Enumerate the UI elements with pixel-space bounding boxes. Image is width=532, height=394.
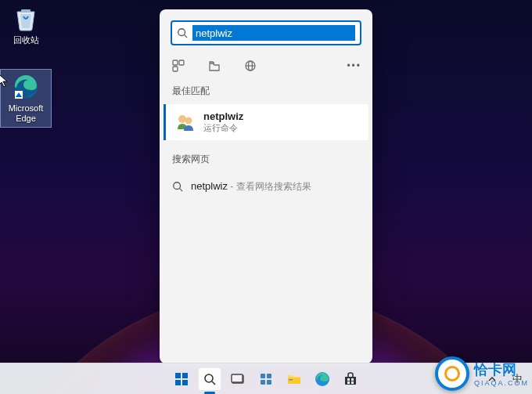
filter-apps-icon[interactable] bbox=[171, 58, 186, 74]
search-panel: ••• 最佳匹配 netplwiz 运行命令 搜索网页 bbox=[160, 9, 372, 363]
edge-icon bbox=[12, 73, 40, 101]
search-input[interactable] bbox=[192, 25, 355, 41]
taskbar-store[interactable] bbox=[339, 367, 362, 391]
task-view-icon bbox=[231, 372, 245, 386]
svg-line-20 bbox=[212, 381, 215, 385]
windows-logo-icon bbox=[174, 371, 189, 387]
web-result-suffix: - 查看网络搜索结果 bbox=[228, 181, 311, 192]
svg-rect-6 bbox=[179, 60, 184, 65]
svg-point-12 bbox=[185, 117, 192, 125]
taskbar-explorer[interactable] bbox=[282, 367, 306, 391]
svg-rect-33 bbox=[351, 381, 354, 384]
edge-icon bbox=[315, 371, 330, 387]
taskbar-edge[interactable] bbox=[311, 367, 334, 391]
start-button[interactable] bbox=[170, 367, 193, 391]
filter-documents-icon[interactable] bbox=[207, 58, 222, 74]
filter-web-icon[interactable] bbox=[243, 58, 258, 74]
search-filters: ••• bbox=[160, 50, 372, 80]
svg-rect-5 bbox=[173, 60, 178, 65]
svg-point-11 bbox=[178, 115, 186, 123]
recycle-bin-icon bbox=[12, 5, 40, 33]
result-subtitle: 运行命令 bbox=[203, 122, 243, 134]
svg-rect-24 bbox=[267, 374, 271, 378]
widgets-icon bbox=[259, 372, 273, 386]
store-icon bbox=[343, 371, 358, 387]
svg-point-19 bbox=[205, 374, 213, 382]
search-icon bbox=[203, 372, 217, 386]
svg-line-4 bbox=[185, 35, 188, 38]
taskbar-search-button[interactable] bbox=[198, 367, 221, 391]
svg-rect-31 bbox=[351, 378, 354, 381]
desktop-icon-recycle-bin[interactable]: 回收站 bbox=[0, 2, 52, 49]
svg-point-3 bbox=[178, 29, 185, 36]
search-icon bbox=[177, 27, 188, 38]
desktop-icon-label: Microsoft Edge bbox=[9, 103, 44, 124]
svg-rect-27 bbox=[288, 378, 300, 384]
svg-rect-23 bbox=[261, 374, 265, 378]
svg-point-13 bbox=[174, 182, 181, 189]
search-result-web[interactable]: netplwiz - 查看网络搜索结果 bbox=[160, 172, 372, 200]
svg-rect-26 bbox=[267, 380, 271, 385]
svg-rect-15 bbox=[175, 373, 181, 378]
svg-rect-22 bbox=[232, 374, 243, 382]
svg-rect-28 bbox=[289, 379, 293, 381]
taskbar: 中 bbox=[0, 363, 532, 394]
mouse-cursor bbox=[0, 74, 9, 88]
svg-line-14 bbox=[180, 188, 183, 191]
svg-rect-7 bbox=[173, 67, 178, 71]
svg-rect-0 bbox=[21, 9, 31, 13]
search-icon bbox=[172, 181, 183, 192]
task-view-button[interactable] bbox=[226, 367, 250, 391]
section-best-match: 最佳匹配 bbox=[160, 80, 372, 104]
tray-ime[interactable]: 中 bbox=[509, 371, 526, 388]
web-result-title: netplwiz bbox=[191, 180, 228, 192]
netplwiz-icon bbox=[175, 112, 196, 132]
result-title: netplwiz bbox=[203, 110, 243, 122]
widgets-button[interactable] bbox=[254, 367, 278, 391]
svg-rect-32 bbox=[347, 381, 350, 384]
desktop[interactable]: 回收站 Microsoft Edge bbox=[0, 0, 532, 394]
svg-rect-18 bbox=[182, 380, 188, 385]
svg-rect-25 bbox=[261, 380, 265, 385]
chevron-up-icon bbox=[487, 374, 497, 384]
svg-rect-16 bbox=[182, 373, 188, 378]
svg-rect-30 bbox=[347, 378, 350, 381]
ime-indicator: 中 bbox=[512, 372, 523, 386]
svg-rect-17 bbox=[175, 380, 181, 385]
section-web: 搜索网页 bbox=[160, 140, 372, 172]
file-explorer-icon bbox=[286, 371, 302, 387]
filter-more-icon[interactable]: ••• bbox=[347, 60, 361, 71]
tray-chevron-up[interactable] bbox=[483, 371, 501, 388]
desktop-icon-label: 回收站 bbox=[13, 35, 39, 45]
search-result-best[interactable]: netplwiz 运行命令 bbox=[164, 104, 368, 140]
search-box[interactable] bbox=[171, 20, 361, 45]
